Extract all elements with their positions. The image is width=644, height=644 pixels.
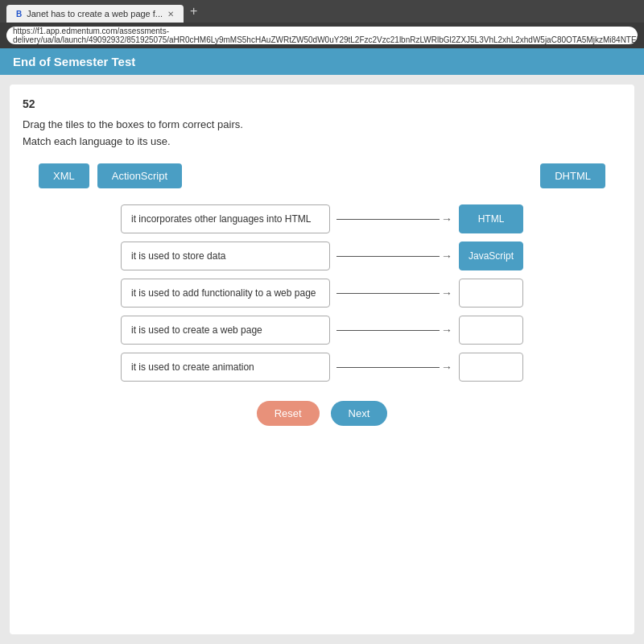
match-arrow-2: → [336, 250, 452, 262]
tile-dhtml[interactable]: DHTML [540, 163, 605, 188]
tiles-area: XML ActionScript DHTML [23, 163, 621, 188]
match-row-1: it incorporates other languages into HTM… [121, 204, 523, 233]
header-bar: End of Semester Test [0, 48, 644, 75]
main-content: End of Semester Test 52 Drag the tiles t… [0, 48, 644, 644]
tile-actionscript[interactable]: ActionScript [97, 163, 182, 188]
match-row-3: it is used to add functionality to a web… [121, 279, 523, 308]
question-instruction: Drag the tiles to the boxes to form corr… [23, 118, 621, 130]
question-number: 52 [23, 97, 621, 110]
match-desc-4: it is used to create a web page [121, 316, 330, 345]
address-text: https://f1.app.edmentum.com/assessments-… [13, 27, 638, 44]
active-tab[interactable]: B Janet has to create a web page f... ✕ [6, 5, 184, 23]
match-arrow-5: → [336, 361, 452, 374]
tab-bar: B Janet has to create a web page f... ✕ … [0, 0, 644, 23]
match-target-3[interactable] [459, 279, 523, 308]
match-row-4: it is used to create a web page → [121, 316, 523, 345]
tab-title: Janet has to create a web page f... [27, 9, 163, 19]
page-title: End of Semester Test [13, 55, 135, 68]
arrow-head-4: → [441, 324, 452, 336]
tab-favicon: B [16, 10, 22, 19]
arrow-head-5: → [441, 361, 452, 374]
reset-button[interactable]: Reset [257, 401, 320, 426]
match-row-5: it is used to create animation → [121, 353, 523, 382]
question-container: 52 Drag the tiles to the boxes to form c… [10, 85, 634, 634]
bottom-buttons: Reset Next [23, 401, 621, 434]
match-desc-5: it is used to create animation [121, 353, 330, 382]
match-target-1[interactable]: HTML [459, 204, 523, 233]
match-desc-2: it is used to store data [121, 242, 330, 270]
match-desc-1: it incorporates other languages into HTM… [121, 204, 330, 233]
tile-xml[interactable]: XML [39, 163, 89, 188]
arrow-head-1: → [441, 213, 452, 225]
match-target-5[interactable] [459, 353, 523, 382]
question-subinstruction: Match each language to its use. [23, 135, 621, 147]
match-row-2: it is used to store data → JavaScript [121, 242, 523, 270]
address-bar[interactable]: https://f1.app.edmentum.com/assessments-… [6, 27, 638, 44]
new-tab-button[interactable]: + [184, 2, 204, 20]
match-arrow-4: → [336, 324, 452, 336]
browser-chrome: B Janet has to create a web page f... ✕ … [0, 0, 644, 48]
match-arrow-3: → [336, 287, 452, 299]
arrow-head-3: → [441, 287, 452, 299]
match-arrow-1: → [336, 213, 452, 225]
match-desc-3: it is used to add functionality to a web… [121, 279, 330, 308]
next-button[interactable]: Next [331, 401, 388, 426]
matching-area: it incorporates other languages into HTM… [23, 204, 621, 382]
tab-close-button[interactable]: ✕ [167, 10, 174, 19]
arrow-head-2: → [441, 250, 452, 262]
address-bar-row: https://f1.app.edmentum.com/assessments-… [0, 23, 644, 48]
match-target-4[interactable] [459, 316, 523, 345]
match-target-2[interactable]: JavaScript [459, 242, 523, 270]
